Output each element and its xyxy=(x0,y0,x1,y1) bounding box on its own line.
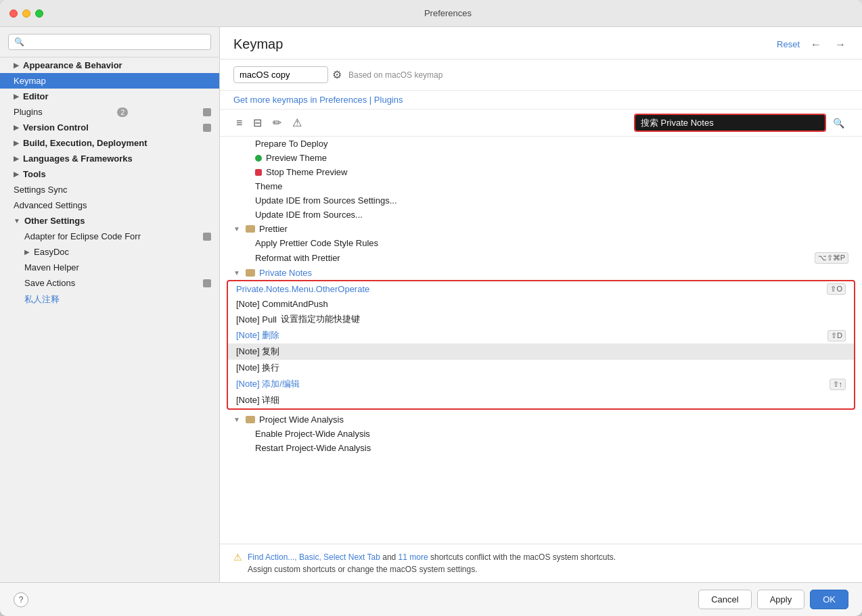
sidebar-item-label: Editor xyxy=(23,91,49,101)
search-input[interactable] xyxy=(635,115,825,131)
align-center-button[interactable]: ⊟ xyxy=(250,115,265,131)
expand-arrow-icon: ▶ xyxy=(14,155,19,162)
sidebar-item-label: Adapter for Eclipse Code Forr xyxy=(24,231,141,241)
panel-header-actions: Reset ← → xyxy=(777,37,848,52)
sidebar-item-label: Save Actions xyxy=(24,278,75,288)
tree-item-reformat-prettier[interactable]: Reformat with Prettier ⌥⇧⌘P xyxy=(220,250,862,266)
pn-item-other-operate[interactable]: Private.Notes.Menu.OtherOperate ⇧O xyxy=(228,281,854,297)
item-label: Apply Prettier Code Style Rules xyxy=(255,238,378,248)
sidebar-item-label: Maven Helper xyxy=(24,262,79,273)
cancel-button[interactable]: Cancel xyxy=(698,590,751,609)
traffic-lights xyxy=(9,9,43,18)
sidebar-item-label: Keymap xyxy=(14,76,46,86)
collapse-arrow-icon: ▼ xyxy=(233,416,242,423)
warning-link4[interactable]: 11 more xyxy=(399,552,428,562)
pn-item-pull[interactable]: [Note] Pull 设置指定功能快捷键 xyxy=(228,311,854,327)
main-content: ▶ Appearance & Behavior Keymap ▶ Editor … xyxy=(0,27,862,582)
sidebar-item-version-control[interactable]: ▶ Version Control xyxy=(0,120,219,135)
sidebar-item-maven-helper[interactable]: Maven Helper xyxy=(0,260,219,275)
sidebar-item-settings-sync[interactable]: Settings Sync xyxy=(0,182,219,197)
sidebar-search-input[interactable] xyxy=(8,34,211,50)
back-button[interactable]: ← xyxy=(808,37,824,52)
reset-button[interactable]: Reset xyxy=(777,39,800,49)
sidebar-item-advanced-settings[interactable]: Advanced Settings xyxy=(0,197,219,213)
sidebar-item-other-settings[interactable]: ▼ Other Settings xyxy=(0,213,219,229)
pn-item-add-edit[interactable]: [Note] 添加/编辑 ⇧↑ xyxy=(228,376,854,392)
item-label: Theme xyxy=(255,181,282,191)
expand-arrow-icon: ▼ xyxy=(14,217,20,224)
file-icon xyxy=(203,124,211,132)
sidebar-item-label: Advanced Settings xyxy=(14,200,87,210)
warning-text: Find Action..., Basic, Select Next Tab a… xyxy=(248,551,616,575)
tree-item-restart-pwa[interactable]: Restart Project-Wide Analysis xyxy=(220,441,862,455)
sidebar-item-adapter[interactable]: Adapter for Eclipse Code Forr xyxy=(0,229,219,244)
pn-item-commit[interactable]: [Note] CommitAndPush xyxy=(228,297,854,311)
close-button[interactable] xyxy=(9,9,18,18)
tree-item-preview-theme[interactable]: Preview Theme xyxy=(220,151,862,165)
gear-button[interactable]: ⚙ xyxy=(332,68,342,81)
warning-text-suffix: shortcuts conflict with the macOS system… xyxy=(430,552,616,562)
pn-item-delete[interactable]: [Note] 删除 ⇧D xyxy=(228,327,854,343)
sidebar-item-editor[interactable]: ▶ Editor xyxy=(0,89,219,104)
tree-item-apply-prettier[interactable]: Apply Prettier Code Style Rules xyxy=(220,236,862,250)
warning-link2[interactable]: Basic, xyxy=(299,552,321,562)
pn-item-newline[interactable]: [Note] 换行 xyxy=(228,360,854,376)
search-submit-button[interactable]: 🔍 xyxy=(829,115,848,131)
warning-link3[interactable]: Select Next Tab xyxy=(323,552,380,562)
minimize-button[interactable] xyxy=(22,9,30,18)
shortcut-badge: ⇧↑ xyxy=(830,379,846,390)
file-icon xyxy=(203,233,211,241)
tree-item-theme[interactable]: Theme xyxy=(220,179,862,193)
edit-button[interactable]: ✏ xyxy=(270,115,284,131)
keymap-select[interactable]: macOS copy xyxy=(233,66,328,83)
folder-icon xyxy=(246,225,255,233)
warning-link1[interactable]: Find Action..., xyxy=(248,552,297,562)
warning-text-and: and xyxy=(382,552,398,562)
tree-item-stop-theme[interactable]: Stop Theme Preview xyxy=(220,165,862,179)
pn-item-copy[interactable]: [Note] 复制 xyxy=(228,343,854,360)
private-notes-box: Private.Notes.Menu.OtherOperate ⇧O [Note… xyxy=(227,280,855,410)
tree-item-update-ide[interactable]: Update IDE from Sources... xyxy=(220,208,862,222)
sidebar-item-save-actions[interactable]: Save Actions xyxy=(0,275,219,291)
warning-button[interactable]: ⚠ xyxy=(290,115,304,131)
item-label: [Note] CommitAndPush xyxy=(236,299,328,309)
sidebar-item-label: EasyDoc xyxy=(34,247,69,257)
pn-item-detail[interactable]: [Note] 详细 xyxy=(228,392,854,408)
expand-arrow-icon: ▶ xyxy=(14,62,19,69)
align-left-button[interactable]: ≡ xyxy=(233,116,245,131)
sidebar-item-plugins[interactable]: Plugins 2 xyxy=(0,104,219,120)
shortcut-badge: ⇧D xyxy=(827,330,846,341)
keymap-link-text[interactable]: Get more keymaps in Preferences | Plugin… xyxy=(233,95,403,105)
tree-item-prepare-deploy[interactable]: Prepare To Deploy xyxy=(220,137,862,151)
window-title: Preferences xyxy=(43,8,853,18)
sidebar-item-build[interactable]: ▶ Build, Execution, Deployment xyxy=(0,135,219,151)
tree-item-update-ide-settings[interactable]: Update IDE from Sources Settings... xyxy=(220,193,862,208)
plugins-badge: 2 xyxy=(117,108,128,117)
tree-item-enable-pwa[interactable]: Enable Project-Wide Analysis xyxy=(220,427,862,441)
tree-folder-project-wide[interactable]: ▼ Project Wide Analysis xyxy=(220,412,862,427)
tree-folder-prettier[interactable]: ▼ Prettier xyxy=(220,222,862,236)
sidebar-item-easydoc[interactable]: ▶ EasyDoc xyxy=(0,244,219,260)
tree-folder-private-notes[interactable]: ▼ Private Notes xyxy=(220,266,862,280)
help-button[interactable]: ? xyxy=(14,592,28,607)
search-area: 🔍 xyxy=(634,114,848,132)
right-panel: Keymap Reset ← → macOS copy ⚙ Based on m… xyxy=(220,27,862,582)
keymap-link-area: Get more keymaps in Preferences | Plugin… xyxy=(220,91,862,110)
folder-icon xyxy=(246,416,255,423)
green-dot-icon xyxy=(255,155,262,162)
sidebar-item-label: Other Settings xyxy=(24,216,85,226)
sidebar-item-languages[interactable]: ▶ Languages & Frameworks xyxy=(0,151,219,166)
maximize-button[interactable] xyxy=(35,9,43,18)
sidebar-item-label: 私人注释 xyxy=(24,293,60,306)
warning-text-2: Assign custom shortcuts or change the ma… xyxy=(248,565,477,574)
sidebar-item-private-notes-cn[interactable]: 私人注释 xyxy=(0,291,219,308)
sidebar-item-appearance[interactable]: ▶ Appearance & Behavior xyxy=(0,57,219,73)
item-label: [Note] 详细 xyxy=(236,394,279,406)
item-label: Update IDE from Sources... xyxy=(255,210,363,220)
sidebar-item-label: Settings Sync xyxy=(14,185,68,195)
sidebar-item-tools[interactable]: ▶ Tools xyxy=(0,166,219,182)
forward-button[interactable]: → xyxy=(832,37,848,52)
apply-button[interactable]: Apply xyxy=(757,590,805,609)
ok-button[interactable]: OK xyxy=(810,590,848,609)
sidebar-item-keymap[interactable]: Keymap xyxy=(0,73,219,89)
